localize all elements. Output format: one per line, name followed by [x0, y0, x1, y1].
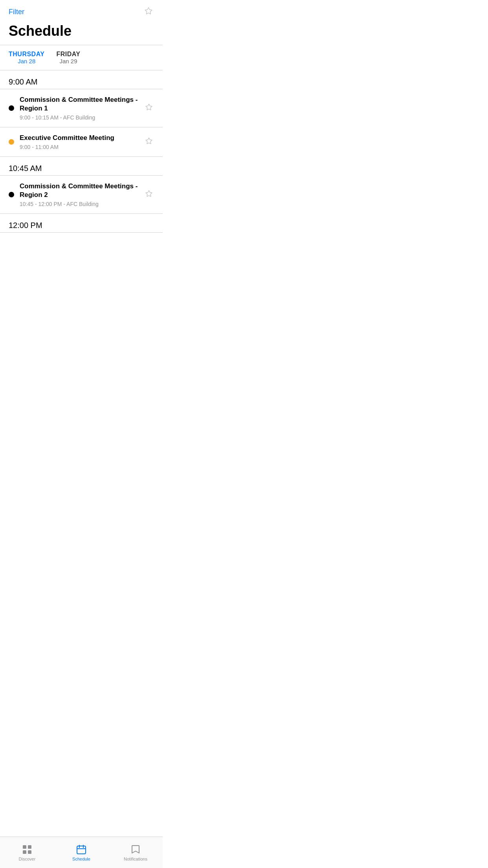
friday-date: Jan 29 — [59, 58, 77, 64]
event-content-2: Executive Committee Meeting 9:00 - 11:00… — [20, 134, 140, 150]
event-title-3: Commission & Committee Meetings - Region… — [20, 182, 140, 199]
header: Filter — [0, 0, 163, 21]
event-meta-3: 10:45 - 12:00 PM - AFC Building — [20, 201, 140, 207]
event-dot-black-2 — [9, 192, 14, 197]
favorite-event-1[interactable] — [144, 103, 154, 113]
tab-friday[interactable]: FRIDAY Jan 29 — [56, 51, 80, 64]
event-content-3: Commission & Committee Meetings - Region… — [20, 182, 140, 207]
event-meta-1: 9:00 - 10:15 AM - AFC Building — [20, 114, 140, 121]
section-divider-12pm — [0, 232, 163, 233]
event-title-1: Commission & Committee Meetings - Region… — [20, 96, 140, 113]
time-label-12pm: 12:00 PM — [9, 221, 42, 230]
event-dot-yellow — [9, 139, 14, 145]
event-content-1: Commission & Committee Meetings - Region… — [20, 96, 140, 121]
event-commission-region2[interactable]: Commission & Committee Meetings - Region… — [0, 176, 163, 214]
event-executive-committee[interactable]: Executive Committee Meeting 9:00 - 11:00… — [0, 127, 163, 157]
time-label-9am: 9:00 AM — [9, 77, 37, 86]
thursday-name: THURSDAY — [9, 51, 44, 58]
tab-thursday[interactable]: THURSDAY Jan 28 — [9, 51, 44, 64]
event-meta-2: 9:00 - 11:00 AM — [20, 144, 140, 150]
time-section-1045am: 10:45 AM — [0, 157, 163, 175]
schedule-body: 9:00 AM Commission & Committee Meetings … — [0, 70, 163, 264]
favorite-event-3[interactable] — [144, 189, 154, 200]
page-title: Schedule — [0, 21, 163, 45]
day-tabs: THURSDAY Jan 28 FRIDAY Jan 29 — [0, 45, 163, 70]
time-section-12pm: 12:00 PM — [0, 214, 163, 232]
event-title-2: Executive Committee Meeting — [20, 134, 140, 142]
filter-button[interactable]: Filter — [9, 8, 24, 16]
thursday-date: Jan 28 — [18, 58, 35, 64]
event-commission-region1[interactable]: Commission & Committee Meetings - Region… — [0, 89, 163, 127]
friday-name: FRIDAY — [56, 51, 80, 58]
favorite-event-2[interactable] — [144, 137, 154, 147]
time-section-9am: 9:00 AM — [0, 70, 163, 89]
favorite-icon-header[interactable] — [143, 6, 154, 17]
time-label-1045am: 10:45 AM — [9, 164, 42, 173]
event-dot-black-1 — [9, 105, 14, 111]
